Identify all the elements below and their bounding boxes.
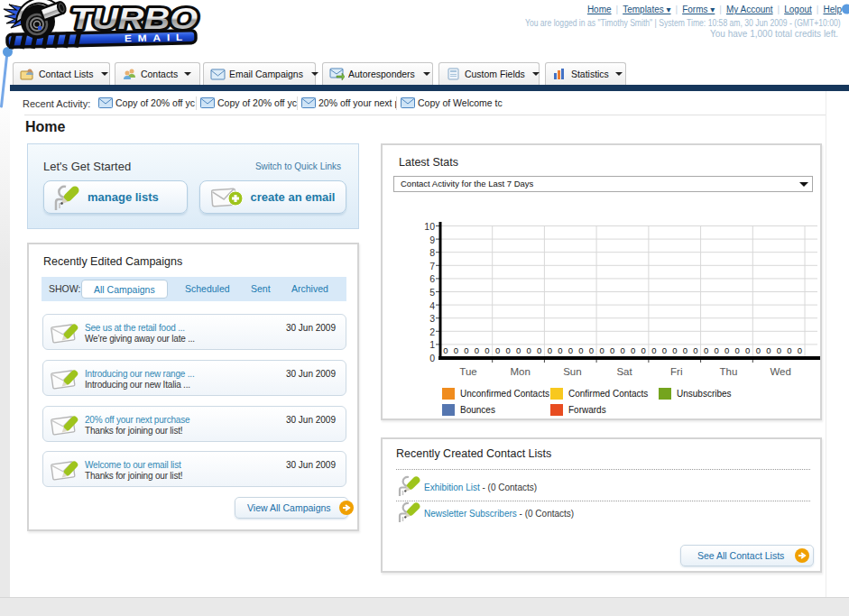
svg-text:0: 0 bbox=[484, 345, 489, 355]
svg-text:Wed: Wed bbox=[770, 366, 790, 377]
svg-text:7: 7 bbox=[429, 261, 435, 271]
svg-text:0: 0 bbox=[475, 345, 479, 355]
svg-text:Sat: Sat bbox=[616, 366, 632, 377]
svg-text:TURBO: TURBO bbox=[70, 2, 198, 35]
svg-text:3: 3 bbox=[429, 313, 435, 324]
svg-text:0: 0 bbox=[454, 345, 458, 355]
svg-text:0: 0 bbox=[443, 345, 448, 355]
svg-text:10: 10 bbox=[424, 222, 435, 232]
svg-text:Sun: Sun bbox=[563, 366, 581, 377]
svg-text:Tue: Tue bbox=[459, 366, 476, 377]
svg-text:9: 9 bbox=[429, 234, 435, 245]
svg-text:1: 1 bbox=[429, 339, 435, 350]
svg-text:5: 5 bbox=[429, 287, 435, 298]
svg-text:8: 8 bbox=[429, 247, 435, 258]
svg-text:4: 4 bbox=[429, 300, 435, 311]
svg-text:2: 2 bbox=[429, 326, 435, 337]
svg-text:6: 6 bbox=[429, 273, 435, 284]
svg-text:Mon: Mon bbox=[511, 366, 531, 377]
svg-text:0: 0 bbox=[464, 345, 468, 355]
svg-text:Fri: Fri bbox=[670, 366, 682, 377]
svg-text:0: 0 bbox=[429, 353, 435, 363]
svg-text:Thu: Thu bbox=[720, 366, 738, 377]
